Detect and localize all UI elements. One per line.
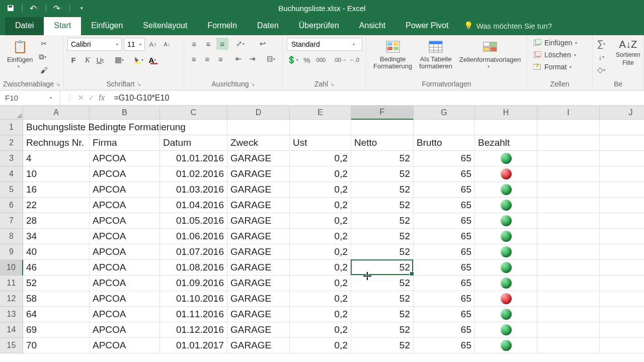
cell[interactable]: 0,2 <box>290 213 351 228</box>
row-header[interactable]: 12 <box>0 291 23 307</box>
cell[interactable]: 01.12.2016 <box>160 322 227 337</box>
column-header[interactable]: H <box>475 106 537 120</box>
cell[interactable] <box>537 213 600 228</box>
row-header[interactable]: 8 <box>0 229 23 244</box>
row-header[interactable]: 6 <box>0 198 23 213</box>
cell[interactable]: 0,2 <box>290 260 351 275</box>
row-header[interactable]: 11 <box>0 276 23 291</box>
cell[interactable]: GARAGE <box>227 291 290 306</box>
chevron-down-icon[interactable]: ▾ <box>353 42 358 47</box>
cell[interactable] <box>600 338 644 353</box>
cell[interactable]: 52 <box>351 198 414 213</box>
chevron-down-icon[interactable]: ▾ <box>36 6 39 11</box>
cell[interactable]: 16 <box>23 182 90 197</box>
cell[interactable]: 52 <box>351 322 414 337</box>
cell[interactable]: APCOA <box>90 182 160 197</box>
cell[interactable] <box>537 307 600 322</box>
cell[interactable]: 01.09.2016 <box>160 276 227 291</box>
fx-icon[interactable]: fx <box>99 94 105 103</box>
cell[interactable]: 46 <box>23 260 90 275</box>
column-header[interactable]: I <box>537 106 600 120</box>
cell[interactable]: 52 <box>351 260 414 275</box>
cell[interactable]: 65 <box>414 151 475 166</box>
cell[interactable] <box>600 244 644 259</box>
cell[interactable] <box>537 182 600 197</box>
format-painter-icon[interactable]: 🖌 <box>38 64 50 76</box>
chevron-down-icon[interactable]: ▾ <box>18 64 23 69</box>
merge-center-icon[interactable]: ⊟▾ <box>267 53 278 65</box>
sort-filter-button[interactable]: A↓Z Sortieren Filte <box>613 38 643 76</box>
cell[interactable]: 65 <box>414 322 475 337</box>
tab-view[interactable]: Ansicht <box>349 17 395 35</box>
cell[interactable] <box>475 260 537 275</box>
redo-icon[interactable]: ↷▾ <box>53 4 62 13</box>
cell[interactable]: Netto <box>351 135 414 150</box>
cell[interactable] <box>537 338 600 353</box>
save-icon[interactable] <box>6 4 15 13</box>
cell[interactable] <box>600 182 644 197</box>
orientation-icon[interactable]: ⤢▾ <box>235 38 248 50</box>
cell[interactable]: 0,2 <box>290 338 351 353</box>
decrease-indent-icon[interactable]: ⇤ <box>233 53 245 65</box>
font-name-select[interactable]: ▾ <box>67 38 122 51</box>
paste-button[interactable]: 📋 Einfügen ▾ <box>4 38 36 76</box>
cell[interactable]: 10 <box>23 166 90 182</box>
cell[interactable] <box>90 120 160 135</box>
cell[interactable]: 0,2 <box>290 307 351 322</box>
number-format-select[interactable]: Standard▾ <box>287 38 362 51</box>
cell[interactable]: Firma <box>90 135 160 150</box>
cell[interactable]: 65 <box>414 166 475 182</box>
align-right-icon[interactable]: ≡ <box>215 53 226 65</box>
select-all-corner[interactable] <box>0 106 23 120</box>
cell[interactable] <box>290 120 351 135</box>
increase-indent-icon[interactable]: ⇥ <box>247 53 258 65</box>
cell[interactable]: 52 <box>351 276 414 291</box>
cell[interactable]: 01.05.2016 <box>160 213 227 228</box>
cell[interactable]: 0,2 <box>290 151 351 166</box>
cell[interactable]: 01.01.2016 <box>160 151 227 166</box>
cell[interactable]: GARAGE <box>227 213 290 228</box>
cell[interactable]: 22 <box>23 198 90 213</box>
chevron-down-icon[interactable]: ▾ <box>139 42 144 47</box>
cell[interactable] <box>475 198 537 213</box>
currency-format-icon[interactable]: 💲▾ <box>287 54 299 66</box>
align-middle-icon[interactable]: ≡ <box>202 38 214 50</box>
undo-icon[interactable]: ↶▾ <box>30 4 39 13</box>
cell[interactable]: Ust <box>290 135 351 150</box>
cell[interactable]: GARAGE <box>227 198 290 213</box>
cell[interactable] <box>600 213 644 228</box>
formula-input[interactable]: =G10-G10*E10 <box>110 90 644 105</box>
cell[interactable] <box>475 151 537 166</box>
cell[interactable]: 01.03.2016 <box>160 182 227 197</box>
cell[interactable] <box>537 291 600 306</box>
row-header[interactable]: 2 <box>0 135 23 151</box>
column-header[interactable]: G <box>414 106 475 120</box>
thousands-format-icon[interactable]: 000 <box>315 54 327 66</box>
cell[interactable]: 52 <box>351 244 414 259</box>
cell[interactable]: 65 <box>414 213 475 228</box>
wrap-text-icon[interactable]: ↩ <box>257 38 269 50</box>
cell[interactable]: 01.01.2017 <box>160 338 227 353</box>
column-header[interactable]: F <box>351 106 414 120</box>
percent-format-icon[interactable]: % <box>301 54 313 66</box>
conditional-formatting-button[interactable]: Bedingte Formatierung <box>370 38 415 71</box>
cell[interactable]: APCOA <box>90 166 160 182</box>
cell[interactable] <box>537 120 600 135</box>
cell[interactable]: 52 <box>351 151 414 166</box>
cell[interactable]: 52 <box>351 291 414 306</box>
tab-formulas[interactable]: Formeln <box>197 17 247 35</box>
row-header[interactable]: 7 <box>0 213 23 229</box>
column-header[interactable]: D <box>227 106 290 120</box>
cell[interactable]: GARAGE <box>227 322 290 337</box>
cell[interactable] <box>475 276 537 291</box>
cell[interactable]: 01.08.2016 <box>160 260 227 275</box>
cell[interactable]: 0,2 <box>290 229 351 244</box>
cell[interactable]: 0,2 <box>290 166 351 182</box>
cell[interactable]: 40 <box>23 244 90 259</box>
cell[interactable] <box>537 276 600 291</box>
cell[interactable]: 58 <box>23 291 90 306</box>
align-top-icon[interactable]: ≡ <box>188 38 200 50</box>
cell[interactable]: 0,2 <box>290 276 351 291</box>
cell[interactable]: GARAGE <box>227 244 290 259</box>
cell[interactable]: GARAGE <box>227 276 290 291</box>
